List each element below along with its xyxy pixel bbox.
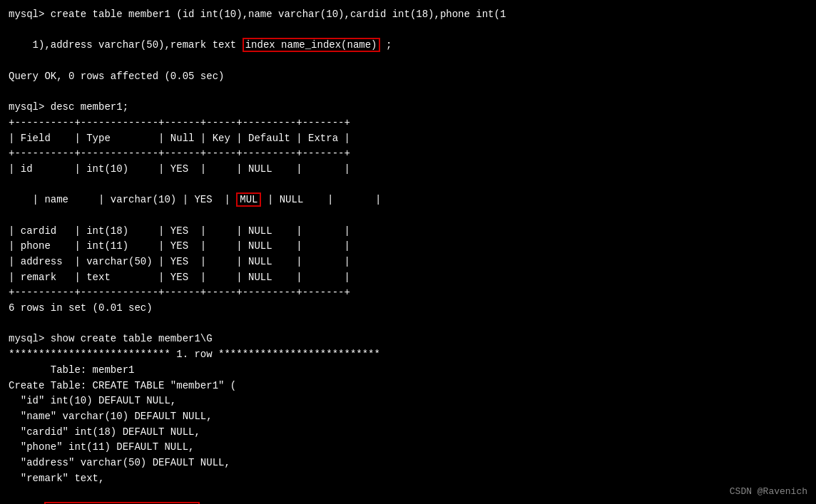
line-table-bottom: +----------+-------------+------+-----+-… (9, 285, 807, 301)
terminal: mysql> create table member1 (id int(10),… (0, 0, 816, 504)
line-id-def: "id" int(10) DEFAULT NULL, (9, 394, 807, 409)
line-id-row: | id | int(10) | YES | | NULL | | (9, 162, 807, 178)
line-8: +----------+-------------+------+-----+-… (9, 146, 807, 162)
watermark: CSDN @Ravenich (730, 486, 807, 497)
line-create-table: Create Table: CREATE TABLE "member1" ( (9, 379, 807, 394)
line-1: mysql> create table member1 (id int(10),… (9, 7, 807, 23)
line-address-row: | address | varchar(50) | YES | | NULL |… (9, 254, 807, 270)
line-phone-row: | phone | int(11) | YES | | NULL | | (9, 239, 807, 254)
line-7: | Field | Type | Null | Key | Default | … (9, 131, 807, 147)
mul-highlight: MUL (236, 192, 261, 207)
line-3: Query OK, 0 rows affected (0.05 sec) (9, 69, 807, 85)
line-address-def: "address" varchar(50) DEFAULT NULL, (9, 456, 807, 471)
line-5: mysql> desc member1; (9, 100, 807, 115)
line-name-row: | name | varchar(10) | YES | MUL | NULL … (9, 178, 807, 224)
line2-after: ; (380, 39, 392, 51)
name-row-after: | NULL | | (261, 194, 381, 205)
line-4 (9, 84, 807, 100)
line-remark-row: | remark | text | YES | | NULL | | (9, 270, 807, 286)
name-row-before: | name | varchar(10) | YES | (33, 194, 237, 205)
line-show-cmd: mysql> show create table member1\G (9, 331, 807, 347)
line-key-def: KEY "name_index" ("name") (9, 486, 807, 504)
line-rows-count: 6 rows in set (0.01 sec) (9, 301, 807, 317)
line-cardid-row: | cardid | int(18) | YES | | NULL | | (9, 224, 807, 240)
line-blank2 (9, 317, 807, 332)
line-table-label: Table: member1 (9, 363, 807, 379)
line-cardid-def: "cardid" int(18) DEFAULT NULL, (9, 425, 807, 441)
index-highlight: index name_index(name) (243, 38, 380, 52)
line-remark-def: "remark" text, (9, 471, 807, 487)
line-stars: *************************** 1. row *****… (9, 347, 807, 363)
line-name-def: "name" varchar(10) DEFAULT NULL, (9, 409, 807, 425)
line-2: 1),address varchar(50),remark text index… (9, 23, 807, 69)
line2-before: 1),address varchar(50),remark text (33, 39, 243, 51)
line-phone-def: "phone" int(11) DEFAULT NULL, (9, 440, 807, 456)
line-6: +----------+-------------+------+-----+-… (9, 115, 807, 131)
